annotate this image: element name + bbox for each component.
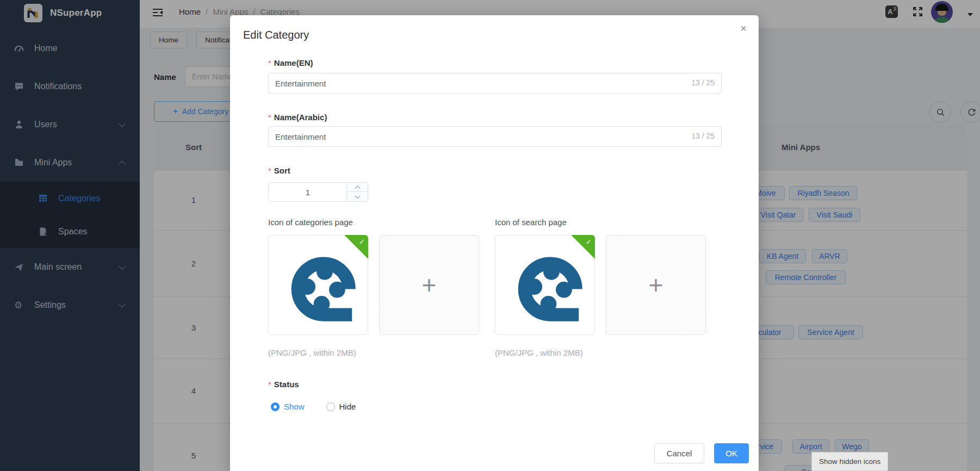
- icon-search-label: Icon of search page: [495, 218, 567, 227]
- categories-icon-hint: (PNG/JPG , within 2MB): [268, 348, 356, 357]
- sort-field: [268, 182, 368, 202]
- search-icon-preview[interactable]: [495, 235, 595, 335]
- search-icon-upload[interactable]: [606, 235, 706, 335]
- sort-stepper: [346, 183, 368, 201]
- name-arabic-field: 13 / 25: [268, 126, 722, 147]
- categories-icon-upload[interactable]: [379, 235, 479, 335]
- status-radio-group: ShowHide: [271, 402, 356, 411]
- icon-categories-label: Icon of categories page: [268, 218, 353, 227]
- film-reel-icon: [507, 247, 584, 324]
- required-asterisk: *: [268, 58, 271, 67]
- categories-icon-preview[interactable]: [268, 235, 368, 335]
- name-arabic-input[interactable]: [268, 126, 722, 147]
- modal-title: Edit Category: [243, 29, 309, 41]
- required-asterisk: *: [268, 113, 271, 122]
- radio-selected-icon: [271, 402, 280, 411]
- name-en-label: *Name(EN): [268, 58, 313, 67]
- sort-label: *Sort: [268, 166, 290, 175]
- os-tooltip: Show hidden icons: [811, 452, 888, 471]
- edit-category-modal: Edit Category × *Name(EN) 13 / 25 *Name(…: [230, 15, 759, 471]
- stepper-up-icon[interactable]: [347, 183, 368, 192]
- cancel-button[interactable]: Cancel: [654, 443, 704, 463]
- status-option-label: Hide: [339, 402, 356, 411]
- search-icon-hint: (PNG/JPG , within 2MB): [495, 348, 583, 357]
- plus-icon: [606, 236, 705, 334]
- close-icon[interactable]: ×: [740, 23, 747, 34]
- status-radio-hide[interactable]: Hide: [326, 402, 356, 411]
- ok-button[interactable]: OK: [714, 443, 749, 463]
- sort-input[interactable]: [269, 183, 347, 201]
- stepper-down-icon[interactable]: [347, 192, 368, 201]
- check-icon: [359, 238, 365, 246]
- status-label: *Status: [268, 380, 299, 389]
- name-arabic-label: *Name(Arabic): [268, 113, 327, 122]
- check-icon: [586, 238, 592, 246]
- radio-unselected-icon: [326, 402, 335, 411]
- name-en-input[interactable]: [268, 73, 722, 94]
- name-arabic-counter: 13 / 25: [691, 132, 715, 140]
- name-en-field: 13 / 25: [268, 73, 722, 94]
- required-asterisk: *: [268, 380, 271, 389]
- status-radio-show[interactable]: Show: [271, 402, 305, 411]
- required-asterisk: *: [268, 166, 271, 175]
- plus-icon: [380, 236, 479, 334]
- film-reel-icon: [281, 247, 357, 324]
- status-option-label: Show: [284, 402, 305, 411]
- name-en-counter: 13 / 25: [691, 78, 715, 87]
